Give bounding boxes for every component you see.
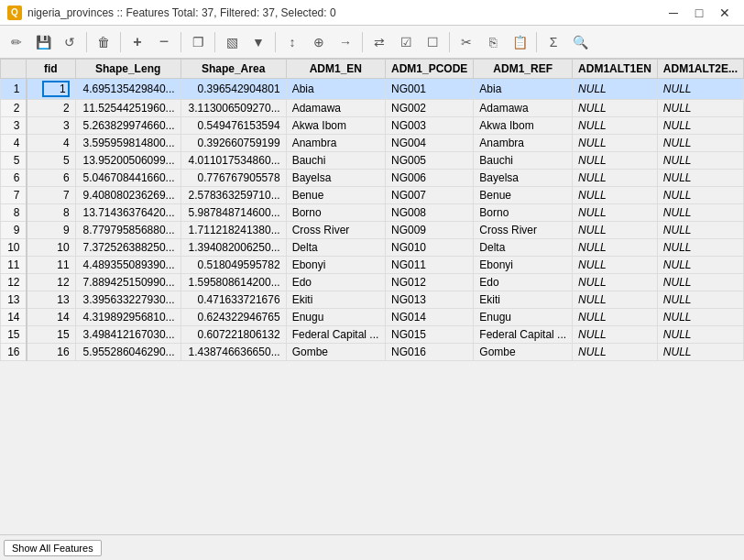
- cell-adm1-en: Benue: [286, 187, 385, 204]
- paste-button[interactable]: 📋: [507, 29, 532, 55]
- table-scroll-area[interactable]: fid Shape_Leng Shape_Area ADM1_EN ADM1_P…: [0, 59, 744, 534]
- table-row[interactable]: 12127.889425150990...1.595808614200...Ed…: [1, 274, 744, 291]
- cell-shape-area: 1.438746636650...: [181, 344, 286, 361]
- maximize-button[interactable]: □: [687, 4, 711, 22]
- cell-adm1-pcode: NG008: [385, 204, 473, 222]
- duplicate-layer-button[interactable]: ❐: [185, 29, 211, 55]
- cell-adm1alt1en: NULL: [573, 117, 658, 135]
- save-edits-button[interactable]: 💾: [30, 29, 56, 55]
- cell-adm1alt2en: NULL: [657, 170, 743, 187]
- reload-button[interactable]: ↺: [57, 29, 82, 55]
- pan-to-feature-button[interactable]: →: [333, 29, 358, 55]
- search-button[interactable]: 🔍: [567, 29, 593, 55]
- filter-button[interactable]: ▼: [246, 29, 271, 55]
- cell-rownum: 6: [1, 170, 27, 187]
- cell-adm1-en: Bauchi: [286, 152, 385, 170]
- cell-fid: 1: [27, 79, 76, 100]
- table-row[interactable]: 13133.395633227930...0.471633721676Ekiti…: [1, 291, 744, 309]
- cell-rownum: 7: [1, 187, 27, 204]
- cell-shape-leng: 8.779795856880...: [75, 222, 181, 239]
- invert-selection-button[interactable]: ⇄: [367, 29, 392, 55]
- toolbar-separator-2: [120, 32, 121, 52]
- table-row[interactable]: 16165.955286046290...1.438746636650...Go…: [1, 344, 744, 361]
- col-header-fid[interactable]: fid: [27, 60, 76, 79]
- cell-adm1-pcode: NG003: [385, 117, 473, 135]
- table-row[interactable]: 335.263829974660...0.549476153594Akwa Ib…: [1, 117, 744, 135]
- cell-adm1alt1en: NULL: [573, 135, 658, 152]
- toolbar-separator-4: [214, 32, 215, 52]
- col-header-shape-area[interactable]: Shape_Area: [181, 60, 286, 79]
- move-selection-button[interactable]: ↕: [279, 29, 305, 55]
- table-row[interactable]: 15153.498412167030...0.607221806132Feder…: [1, 326, 744, 344]
- app-icon: Q: [7, 5, 22, 20]
- select-all-button[interactable]: ☑: [393, 29, 419, 55]
- cell-adm1alt2en: NULL: [657, 309, 743, 326]
- col-header-adm1-pcode[interactable]: ADM1_PCODE: [385, 60, 473, 79]
- cell-shape-area: 0.624322946765: [181, 309, 286, 326]
- cell-adm1alt2en: NULL: [657, 79, 743, 100]
- cell-adm1-en: Enugu: [286, 309, 385, 326]
- cell-adm1-pcode: NG014: [385, 309, 473, 326]
- table-row[interactable]: 5513.95200506099...4.011017534860...Bauc…: [1, 152, 744, 170]
- col-header-adm1alt1en[interactable]: ADM1ALT1EN: [573, 60, 658, 79]
- table-row[interactable]: 10107.372526388250...1.394082006250...De…: [1, 239, 744, 257]
- col-header-rownum[interactable]: [1, 60, 27, 79]
- cell-rownum: 10: [1, 239, 27, 257]
- deselect-all-button[interactable]: ☐: [420, 29, 445, 55]
- cell-adm1-ref: Benue: [474, 187, 573, 204]
- toolbar-separator-3: [181, 32, 181, 52]
- zoom-to-selection-button[interactable]: ⊕: [306, 29, 332, 55]
- table-row[interactable]: 779.408080236269...2.578363259710...Benu…: [1, 187, 744, 204]
- title-bar: Q nigeria_provinces :: Features Total: 3…: [0, 0, 744, 26]
- toggle-editing-button[interactable]: ✏: [4, 29, 29, 55]
- minimize-button[interactable]: ─: [662, 4, 685, 22]
- table-row[interactable]: 114.695135429840...0.396542904801AbiaNG0…: [1, 79, 744, 100]
- cell-shape-area: 3.113006509270...: [181, 100, 286, 117]
- new-field-button[interactable]: +: [125, 29, 150, 55]
- cell-adm1alt2en: NULL: [657, 152, 743, 170]
- cell-adm1alt2en: NULL: [657, 257, 743, 274]
- cell-shape-leng: 13.71436376420...: [75, 204, 181, 222]
- cell-shape-leng: 7.372526388250...: [75, 239, 181, 257]
- window-title: nigeria_provinces :: Features Total: 37,…: [27, 6, 336, 19]
- cell-adm1alt2en: NULL: [657, 135, 743, 152]
- show-all-features-button[interactable]: Show All Features: [4, 540, 102, 556]
- cut-button[interactable]: ✂: [454, 29, 479, 55]
- cell-shape-area: 5.987848714600...: [181, 204, 286, 222]
- col-header-shape-leng[interactable]: Shape_Leng: [75, 60, 181, 79]
- cell-adm1alt1en: NULL: [573, 79, 658, 100]
- copy-button[interactable]: ⎘: [480, 29, 506, 55]
- cell-adm1-en: Adamawa: [286, 100, 385, 117]
- toolbar: ✏ 💾 ↺ 🗑 + − ❐ ▧ ▼ ↕ ⊕ → ⇄ ☑ ☐ ✂ ⎘ 📋 Σ 🔍: [0, 26, 744, 59]
- table-row[interactable]: 665.046708441660...0.776767905578Bayelsa…: [1, 170, 744, 187]
- select-features-button[interactable]: ▧: [219, 29, 245, 55]
- cell-shape-area: 0.396542904801: [181, 79, 286, 100]
- cell-adm1-en: Borno: [286, 204, 385, 222]
- table-row[interactable]: 998.779795856880...1.711218241380...Cros…: [1, 222, 744, 239]
- table-row[interactable]: 14144.319892956810...0.624322946765Enugu…: [1, 309, 744, 326]
- delete-field-button[interactable]: −: [151, 29, 177, 55]
- col-header-adm1-ref[interactable]: ADM1_REF: [474, 60, 573, 79]
- field-calculator-button[interactable]: Σ: [541, 29, 566, 55]
- cell-shape-leng: 5.263829974660...: [75, 117, 181, 135]
- cell-adm1alt1en: NULL: [573, 170, 658, 187]
- cell-rownum: 9: [1, 222, 27, 239]
- cell-fid: 15: [27, 326, 76, 344]
- toolbar-separator-1: [86, 32, 87, 52]
- cell-adm1alt1en: NULL: [573, 344, 658, 361]
- table-row[interactable]: 443.595959814800...0.392660759199Anambra…: [1, 135, 744, 152]
- delete-selected-button[interactable]: 🗑: [91, 29, 116, 55]
- cell-adm1-pcode: NG007: [385, 187, 473, 204]
- cell-shape-area: 1.711218241380...: [181, 222, 286, 239]
- table-row[interactable]: 11114.489355089390...0.518049595782Ebony…: [1, 257, 744, 274]
- attribute-table-container: fid Shape_Leng Shape_Area ADM1_EN ADM1_P…: [0, 59, 744, 534]
- col-header-adm1-en[interactable]: ADM1_EN: [286, 60, 385, 79]
- table-row[interactable]: 2211.52544251960...3.113006509270...Adam…: [1, 100, 744, 117]
- cell-shape-area: 0.607221806132: [181, 326, 286, 344]
- cell-adm1alt2en: NULL: [657, 291, 743, 309]
- cell-shape-leng: 4.695135429840...: [75, 79, 181, 100]
- close-button[interactable]: ✕: [713, 4, 737, 22]
- cell-adm1alt2en: NULL: [657, 100, 743, 117]
- table-row[interactable]: 8813.71436376420...5.987848714600...Born…: [1, 204, 744, 222]
- col-header-adm1alt2en[interactable]: ADM1ALT2E...: [657, 60, 743, 79]
